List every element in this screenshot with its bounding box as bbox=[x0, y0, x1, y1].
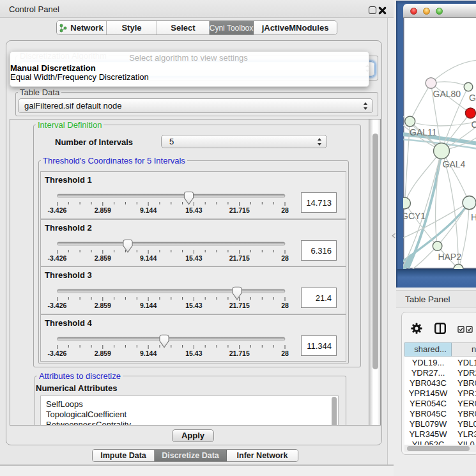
svg-text:GAL80: GAL80 bbox=[433, 89, 461, 99]
svg-text:9.144: 9.144 bbox=[140, 206, 157, 214]
svg-text:GCY1: GCY1 bbox=[403, 211, 426, 221]
svg-text:2.859: 2.859 bbox=[95, 254, 111, 262]
svg-text:9.144: 9.144 bbox=[140, 302, 157, 309]
svg-text:-3.426: -3.426 bbox=[48, 254, 67, 262]
svg-text:15.43: 15.43 bbox=[185, 349, 202, 357]
svg-text:2.859: 2.859 bbox=[95, 349, 111, 357]
svg-text:2.859: 2.859 bbox=[95, 206, 111, 214]
svg-text:GAL11: GAL11 bbox=[410, 127, 437, 137]
svg-text:CD: CD bbox=[472, 119, 476, 130]
svg-text:28: 28 bbox=[281, 254, 289, 262]
svg-text:28: 28 bbox=[281, 206, 289, 214]
svg-text:15.43: 15.43 bbox=[185, 206, 202, 214]
svg-text:GA: GA bbox=[469, 93, 476, 103]
svg-text:GAL4: GAL4 bbox=[443, 159, 466, 169]
svg-text:-3.426: -3.426 bbox=[48, 302, 67, 309]
svg-text:15.43: 15.43 bbox=[185, 254, 202, 262]
svg-text:21.715: 21.715 bbox=[229, 302, 250, 309]
svg-text:2.859: 2.859 bbox=[95, 302, 111, 309]
svg-text:9.144: 9.144 bbox=[140, 349, 157, 357]
svg-text:9.144: 9.144 bbox=[140, 254, 157, 262]
svg-text:HAP2: HAP2 bbox=[438, 252, 461, 262]
svg-text:-3.426: -3.426 bbox=[48, 206, 67, 214]
svg-text:HA: HA bbox=[471, 212, 476, 222]
svg-text:21.715: 21.715 bbox=[229, 349, 250, 357]
svg-text:-3.426: -3.426 bbox=[48, 349, 67, 357]
svg-text:28: 28 bbox=[281, 349, 289, 357]
svg-text:21.715: 21.715 bbox=[229, 206, 250, 214]
svg-text:21.715: 21.715 bbox=[229, 254, 250, 262]
svg-text:28: 28 bbox=[281, 302, 289, 309]
svg-text:15.43: 15.43 bbox=[185, 302, 202, 309]
